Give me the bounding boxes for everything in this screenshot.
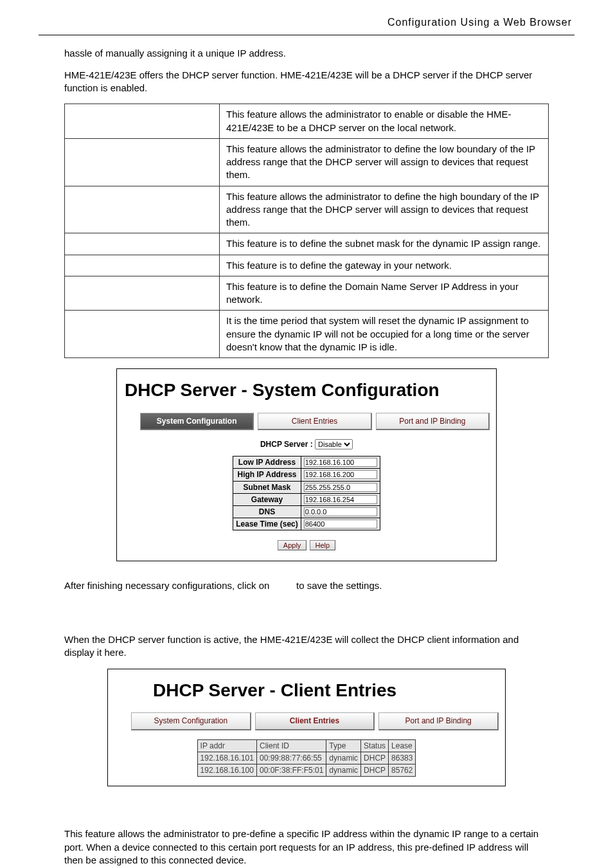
config-form-table: Low IP Address High IP Address Subnet Ma… [233, 456, 380, 530]
table-row: 192.168.16.101 00:99:88:77:66:55 dynamic… [197, 752, 416, 764]
col-type: Type [326, 739, 361, 752]
port-binding-paragraph: This feature allows the administrator to… [64, 827, 549, 867]
client-table: IP addr Client ID Type Status Lease 192.… [197, 739, 416, 777]
feature-cell: This feature allows the administrator to… [220, 104, 549, 139]
dns-input[interactable] [304, 507, 377, 516]
screenshot-client-entries: DHCP Server - Client Entries System Conf… [107, 669, 506, 787]
table-row: 192.168.16.100 00:0F:38:FF:F5:01 dynamic… [197, 764, 416, 777]
tab-port-ip-binding[interactable]: Port and IP Binding [378, 712, 499, 730]
shot2-title: DHCP Server - Client Entries [108, 669, 505, 710]
apply-button[interactable]: Apply [278, 540, 307, 550]
feature-cell: It is the time period that system will r… [220, 311, 549, 358]
feature-cell: This feature is to define the gateway in… [220, 255, 549, 276]
feature-cell: This feature allows the administrator to… [220, 186, 549, 233]
tab-client-entries[interactable]: Client Entries [255, 712, 375, 730]
tab-system-configuration[interactable]: System Configuration [140, 413, 254, 430]
col-lease: Lease [389, 739, 416, 752]
gateway-label: Gateway [233, 493, 301, 505]
after-shot1-text: After finishing necessary configurations… [64, 579, 549, 592]
lease-time-input[interactable] [304, 520, 377, 529]
client-entries-paragraph: When the DHCP server function is active,… [64, 633, 549, 660]
feature-cell: This feature is to define the subnet mas… [220, 233, 549, 255]
col-status: Status [361, 739, 389, 752]
high-ip-input[interactable] [304, 470, 377, 479]
intro-line-2: HME-421E/423E offers the DHCP server fun… [64, 69, 549, 95]
gateway-input[interactable] [304, 495, 377, 504]
help-button[interactable]: Help [310, 540, 336, 550]
col-client-id: Client ID [256, 739, 326, 752]
tab-system-configuration[interactable]: System Configuration [131, 712, 251, 730]
high-ip-label: High IP Address [233, 469, 301, 481]
tab-port-ip-binding[interactable]: Port and IP Binding [376, 413, 490, 430]
dns-label: DNS [233, 506, 301, 518]
lease-time-label: Lease Time (sec) [233, 518, 301, 530]
page-header: Configuration Using a Web Browser [39, 13, 574, 35]
low-ip-label: Low IP Address [233, 457, 301, 469]
tab-client-entries[interactable]: Client Entries [258, 413, 371, 430]
low-ip-input[interactable] [304, 458, 377, 467]
dhcp-server-select[interactable]: Disable [315, 439, 353, 449]
dhcp-server-label: DHCP Server : [260, 440, 313, 449]
screenshot-sysconfig: DHCP Server - System Configuration Syste… [116, 368, 497, 561]
feature-cell: This feature allows the administrator to… [220, 138, 549, 186]
col-ip: IP addr [197, 739, 256, 752]
intro-line-1: hassle of manually assigning it a unique… [64, 47, 549, 60]
shot1-title: DHCP Server - System Configuration [117, 369, 496, 410]
feature-cell: This feature is to define the Domain Nam… [220, 276, 549, 311]
feature-table: This feature allows the administrator to… [64, 104, 549, 358]
subnet-mask-input[interactable] [304, 483, 377, 492]
subnet-mask-label: Subnet Mask [233, 481, 301, 493]
